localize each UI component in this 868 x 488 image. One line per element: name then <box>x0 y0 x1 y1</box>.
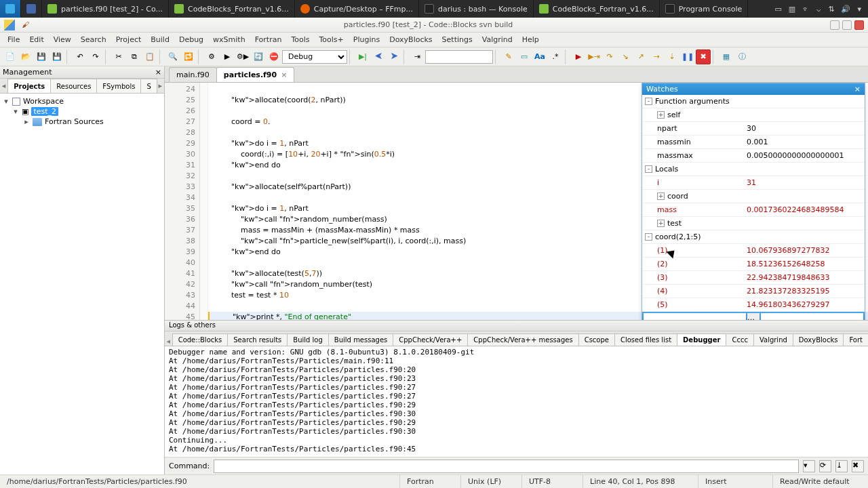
maximize-button[interactable] <box>842 20 852 30</box>
tree-expander[interactable]: + <box>657 111 665 119</box>
mgmt-tab-resources[interactable]: Resources <box>50 79 97 93</box>
log-tab[interactable]: Debugger <box>677 333 726 346</box>
build-button[interactable]: ⚙ <box>204 49 219 64</box>
highlight-button[interactable]: ✎ <box>501 49 516 64</box>
watch-row[interactable]: i31 <box>642 176 865 190</box>
taskbar-item[interactable]: CodeBlocks_Fortran_v1.6... <box>534 0 660 18</box>
tab-scroll-left[interactable]: ◂ <box>0 79 7 93</box>
mgmt-tab-fsymbols[interactable]: FSymbols <box>96 79 141 93</box>
close-button[interactable] <box>854 20 864 30</box>
menu-doxyblocks[interactable]: DoxyBlocks <box>384 33 437 46</box>
tree-expander[interactable]: - <box>645 233 652 241</box>
wifi-icon[interactable]: ᯤ <box>802 5 810 14</box>
log-tab[interactable]: Fort <box>843 333 868 346</box>
tray-icon[interactable]: ▭ <box>774 5 781 14</box>
save-all-button[interactable]: 💾 <box>50 49 64 64</box>
match-case-button[interactable]: Aa <box>532 49 547 64</box>
debugger-output[interactable]: Debugger name and version: GNU gdb (8.1-… <box>165 346 868 457</box>
menu-search[interactable]: Search <box>76 33 111 46</box>
menu-file[interactable]: File <box>3 33 24 46</box>
abort-button[interactable]: ⛔ <box>267 49 281 64</box>
watch-row[interactable]: (1)10.067936897277832 <box>642 244 865 258</box>
watch-row[interactable]: massmin0.001 <box>642 136 865 149</box>
next-instr-button[interactable]: ⇢ <box>649 49 664 64</box>
editor-tab[interactable]: main.f90 <box>169 67 217 82</box>
system-tray[interactable]: ▭ ▥ ᯤ ⌵ ⇅ 🔊 ▾ <box>774 5 868 14</box>
tab-scroll-right[interactable]: ▸ <box>157 79 164 93</box>
build-run-button[interactable]: ⚙▶ <box>235 49 250 64</box>
debug-continue-button[interactable]: ▶ <box>571 49 586 64</box>
taskbar-vdesk[interactable] <box>21 0 42 18</box>
build-target-select[interactable]: Debug <box>282 50 347 64</box>
jump-fwd-button[interactable]: ⮞ <box>387 49 401 64</box>
menu-view[interactable]: View <box>49 33 76 46</box>
watch-row[interactable]: npart30 <box>642 122 865 136</box>
watch-row[interactable]: -Function arguments <box>642 95 865 108</box>
log-tab[interactable]: CppCheck/Vera++ <box>393 333 468 346</box>
tree-expander[interactable]: + <box>657 220 665 227</box>
run-to-cursor-button[interactable]: ▶| <box>355 49 370 64</box>
log-tab[interactable]: Closed files list <box>614 333 677 346</box>
tree-expander[interactable]: - <box>645 98 652 105</box>
goto-button[interactable]: ⇥ <box>410 49 425 64</box>
menu-plugins[interactable]: Plugins <box>349 33 384 46</box>
tree-project[interactable]: test_2 <box>31 107 58 116</box>
find-button[interactable]: 🔍 <box>165 49 180 64</box>
battery-icon[interactable]: ▥ <box>789 5 795 14</box>
log-tab[interactable]: Build log <box>287 333 329 346</box>
taskbar-item[interactable]: Program Console <box>660 0 749 18</box>
run-to-cursor-dbg-button[interactable]: ▶⇥ <box>587 49 601 64</box>
menu-build[interactable]: Build <box>146 33 174 46</box>
watch-row[interactable]: -Locals <box>642 163 865 176</box>
regex-button[interactable]: .* <box>548 49 563 64</box>
watch-row[interactable]: +coord <box>642 190 865 203</box>
menu-wxsmith[interactable]: wxSmith <box>208 33 250 46</box>
watches-close-icon[interactable]: × <box>854 85 861 94</box>
menu-tools[interactable]: Tools <box>286 33 314 46</box>
log-tab[interactable]: Code::Blocks <box>172 333 229 346</box>
save-button[interactable]: 💾 <box>34 49 49 64</box>
project-tree[interactable]: ▾Workspace ▾▣test_2 ▸Fortran Sources <box>0 94 164 474</box>
watch-row[interactable]: (4)21.823137283325195 <box>642 285 865 298</box>
watches-new-row[interactable]: … <box>642 312 865 320</box>
menu-settings[interactable]: Settings <box>437 33 477 46</box>
new-file-button[interactable]: 📄 <box>3 49 18 64</box>
fold-column[interactable] <box>200 83 208 320</box>
log-tab[interactable]: CppCheck/Vera++ messages <box>467 333 578 346</box>
code-editor[interactable]: 2425262728293031323334353637383940414243… <box>165 83 868 320</box>
tree-expander[interactable]: ▸ <box>23 117 30 126</box>
pane-close-icon[interactable]: × <box>155 68 161 77</box>
watch-row[interactable]: (5)14.961803436279297 <box>642 298 865 312</box>
menu-tools+[interactable]: Tools+ <box>315 33 349 46</box>
tree-workspace[interactable]: Workspace <box>23 97 64 106</box>
step-over-button[interactable]: ↷ <box>602 49 617 64</box>
run-button[interactable]: ▶ <box>220 49 235 64</box>
open-file-button[interactable]: 📂 <box>18 49 33 64</box>
logtab-scroll-left[interactable]: ◂ <box>165 337 172 346</box>
jump-back-button[interactable]: ⮜ <box>371 49 386 64</box>
taskbar-item[interactable]: darius : bash — Konsole <box>419 0 534 18</box>
redo-button[interactable]: ↷ <box>88 49 103 64</box>
rebuild-button[interactable]: 🔄 <box>251 49 266 64</box>
cmd-btn-3[interactable]: ✖ <box>852 460 864 472</box>
log-tab[interactable]: Build messages <box>328 333 393 346</box>
watch-row[interactable]: +self <box>642 108 865 122</box>
step-out-button[interactable]: ↗ <box>633 49 648 64</box>
close-tab-icon[interactable]: × <box>281 70 287 79</box>
tree-folder[interactable]: Fortran Sources <box>45 117 104 126</box>
watch-row[interactable]: mass0.0017360224683489584 <box>642 203 865 217</box>
menu-debug[interactable]: Debug <box>174 33 208 46</box>
debug-windows-button[interactable]: ▦ <box>719 49 734 64</box>
volume-icon[interactable]: 🔊 <box>841 5 850 14</box>
menu-fortran[interactable]: Fortran <box>250 33 287 46</box>
minimize-button[interactable] <box>830 20 840 30</box>
watch-row[interactable]: massmax0.0050000000000000001 <box>642 149 865 163</box>
replace-button[interactable]: 🔁 <box>181 49 196 64</box>
tool-icon[interactable]: 🖌 <box>22 20 29 29</box>
menu-project[interactable]: Project <box>111 33 146 46</box>
editor-tab[interactable]: particles.f90× <box>216 67 295 82</box>
taskbar-item[interactable]: Capture/Desktop – FFmp... <box>295 0 419 18</box>
watch-row[interactable]: -coord(2,1:5) <box>642 230 865 244</box>
cut-button[interactable]: ✂ <box>111 49 126 64</box>
selection-button[interactable]: ▭ <box>517 49 532 64</box>
